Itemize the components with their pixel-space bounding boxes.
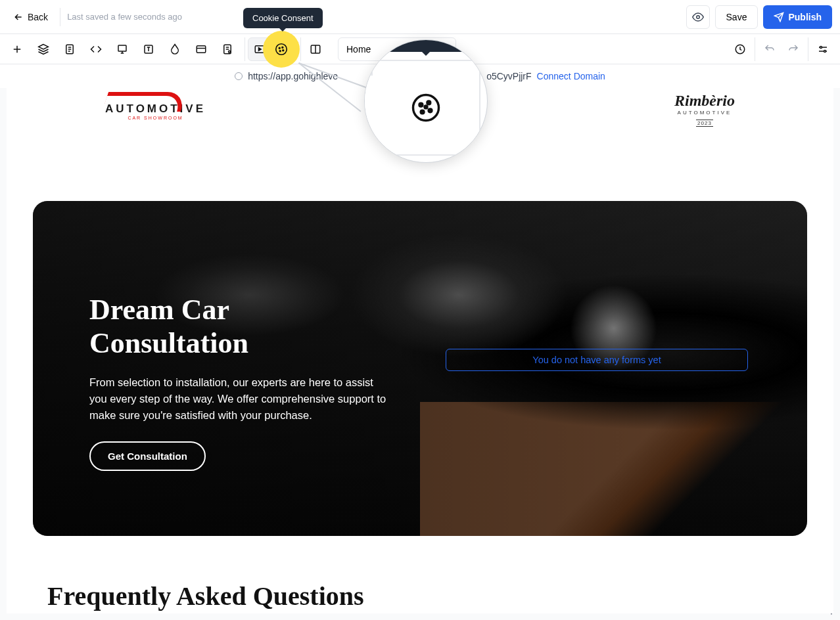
layout-icon [195, 43, 207, 55]
svg-point-0 [696, 15, 699, 18]
svg-point-18 [419, 103, 423, 106]
svg-rect-2 [118, 45, 126, 51]
svg-point-16 [824, 50, 826, 52]
publish-label: Publish [788, 12, 822, 22]
svg-point-9 [276, 44, 287, 55]
save-status-text: Last saved a few seconds ago [67, 12, 182, 22]
pages-button[interactable] [58, 37, 82, 61]
theme-button[interactable] [163, 37, 187, 61]
layers-button[interactable] [32, 37, 55, 61]
svg-rect-4 [197, 45, 206, 53]
page-selector-label: Home [346, 44, 371, 55]
popup-button[interactable] [110, 37, 134, 61]
cookie-icon [409, 91, 443, 125]
arrow-left-icon [13, 12, 24, 22]
highlight-indicator [263, 31, 300, 68]
eye-icon [692, 11, 704, 23]
magnifier-callout [364, 39, 488, 163]
sliders-icon [817, 43, 829, 55]
logo-right-subtitle: AUTOMOTIVE [674, 110, 735, 116]
cookie-consent-tooltip: Cookie Consent [243, 8, 323, 28]
preview-button[interactable] [686, 5, 710, 29]
logo-right-year: 2023 [696, 120, 713, 127]
add-element-button[interactable] [5, 37, 29, 61]
hero-section[interactable]: Dream Car Consultation From selection to… [33, 201, 807, 536]
svg-point-21 [429, 109, 432, 112]
undo-button[interactable] [758, 37, 782, 61]
droplet-icon [169, 43, 181, 55]
url-text-right: o5CyvPjjrF [486, 71, 531, 81]
svg-point-19 [427, 101, 431, 104]
brand-logo-left: AUTOMOTIVE CAR SHOWROOM [105, 92, 206, 120]
svg-point-12 [279, 51, 281, 52]
connect-domain-link[interactable]: Connect Domain [537, 71, 605, 81]
columns-icon [310, 43, 321, 55]
history-button[interactable] [728, 37, 752, 61]
code-icon [90, 43, 102, 55]
text-button[interactable] [137, 37, 160, 61]
magnifier-pointer [299, 62, 371, 135]
plus-icon [11, 43, 23, 55]
svg-point-13 [283, 50, 284, 51]
svg-point-6 [229, 51, 231, 53]
columns-button[interactable] [304, 37, 327, 61]
url-status-icon [235, 72, 243, 80]
form-placeholder[interactable]: You do not have any forms yet [446, 349, 748, 371]
settings-button[interactable] [811, 37, 835, 61]
divider [60, 8, 60, 26]
redo-button[interactable] [782, 37, 805, 61]
hero-title: Dream Car Consultation [89, 293, 392, 360]
section-button[interactable] [189, 37, 213, 61]
cookie-icon [274, 42, 289, 56]
svg-point-22 [425, 106, 427, 108]
publish-button[interactable]: Publish [763, 5, 832, 29]
presentation-icon [116, 43, 128, 55]
brand-logo-right: Rimbèrio AUTOMOTIVE 2023 [674, 92, 735, 127]
hero-body: From selection to installation, our expe… [89, 374, 392, 423]
get-consultation-button[interactable]: Get Consultation [89, 441, 206, 471]
logo-left-subtitle: CAR SHOWROOM [105, 116, 206, 120]
form-icon [222, 43, 233, 55]
undo-icon [764, 43, 776, 55]
save-button[interactable]: Save [715, 5, 758, 29]
logo-right-title: Rimbèrio [674, 92, 735, 110]
svg-point-11 [282, 47, 283, 48]
svg-point-10 [279, 47, 280, 49]
layers-icon [37, 43, 49, 55]
svg-point-15 [820, 46, 822, 48]
faq-heading: Frequently Asked Questions [47, 581, 364, 611]
svg-point-20 [421, 110, 424, 114]
editor-canvas[interactable]: AUTOMOTIVE CAR SHOWROOM Rimbèrio AUTOMOT… [7, 88, 833, 613]
form-button[interactable] [216, 37, 239, 61]
file-icon [64, 43, 76, 55]
code-button[interactable] [84, 37, 108, 61]
text-icon [143, 43, 154, 55]
send-icon [774, 12, 784, 22]
back-button[interactable]: Back [8, 8, 53, 26]
clock-icon [734, 43, 746, 55]
redo-icon [787, 43, 799, 55]
back-label: Back [28, 12, 48, 22]
